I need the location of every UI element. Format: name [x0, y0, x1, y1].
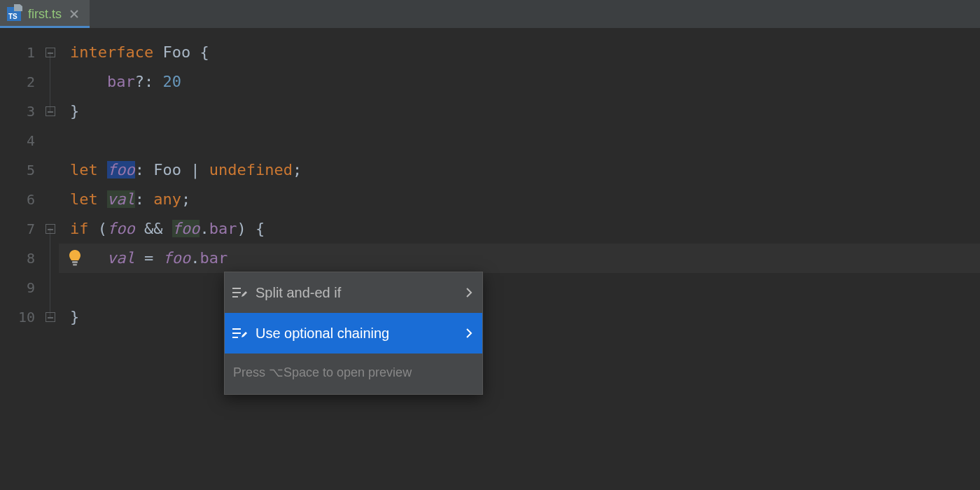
code-line: [70, 273, 980, 302]
line-number: 5: [0, 155, 35, 185]
chevron-right-icon: [466, 288, 472, 298]
svg-rect-1: [73, 264, 77, 266]
intention-item-label: Use optional chaining: [255, 318, 389, 348]
chevron-right-icon: [466, 328, 472, 338]
tab-bar: TS first.ts: [0, 0, 980, 28]
intention-item-optional-chaining[interactable]: Use optional chaining: [225, 313, 482, 354]
svg-rect-0: [72, 261, 78, 263]
code-line: }: [70, 97, 980, 126]
code-line: if (foo && foo.bar) {: [70, 214, 980, 244]
code-line: }: [70, 302, 980, 332]
typescript-file-icon: TS: [7, 7, 21, 21]
tab-filename: first.ts: [28, 7, 62, 22]
line-number: 3: [0, 97, 35, 126]
intention-item-label: Split and-ed if: [255, 278, 341, 307]
intention-menu: Split and-ed if Use optional chaining Pr…: [224, 272, 483, 395]
close-icon[interactable]: [69, 8, 80, 20]
line-number: 6: [0, 185, 35, 214]
code-line: [70, 126, 980, 155]
line-number: 8: [0, 244, 35, 273]
line-number: 9: [0, 273, 35, 302]
fold-toggle-icon[interactable]: [46, 48, 55, 57]
intention-hint: Press ⌥Space to open preview: [225, 354, 482, 394]
edit-icon: [232, 286, 247, 299]
code-line: bar?: 20: [70, 67, 980, 97]
fold-toggle-icon[interactable]: [46, 224, 55, 234]
line-number: 10: [0, 302, 35, 332]
fold-end-icon[interactable]: [46, 106, 55, 116]
line-number: 7: [0, 214, 35, 244]
code-line-current: val = foo.bar: [59, 244, 980, 273]
code-area[interactable]: interface Foo { bar?: 20 } let foo: Foo …: [59, 28, 980, 490]
code-line: let foo: Foo | undefined;: [70, 155, 980, 185]
editor: 1 2 3 4 5 6 7 8 9 10 interface Foo { bar…: [0, 28, 980, 490]
code-line: let val: any;: [70, 185, 980, 214]
line-number: 4: [0, 126, 35, 155]
line-number-gutter: 1 2 3 4 5 6 7 8 9 10: [0, 28, 42, 490]
line-number: 2: [0, 67, 35, 97]
fold-end-icon[interactable]: [46, 312, 55, 322]
tab-first-ts[interactable]: TS first.ts: [0, 0, 90, 28]
fold-gutter: [42, 28, 59, 490]
edit-icon: [232, 327, 247, 340]
code-line: interface Foo {: [70, 38, 980, 67]
intention-bulb-icon[interactable]: [67, 249, 83, 267]
line-number: 1: [0, 38, 35, 67]
intention-item-split-if[interactable]: Split and-ed if: [225, 272, 482, 313]
